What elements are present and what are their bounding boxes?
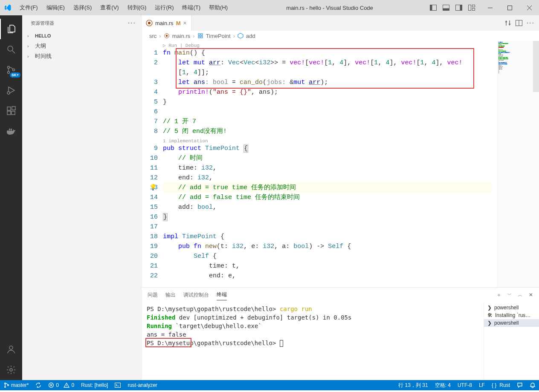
tab-label: main.rs [155,20,174,26]
panel-tab-output[interactable]: 输出 [165,290,176,300]
svg-rect-28 [198,34,200,35]
field-icon [238,33,243,39]
menu-terminal[interactable]: 终端(T) [178,0,205,15]
svg-point-12 [8,66,10,69]
bottom-panel: 问题 输出 调试控制台 终端 ＋ ﹀ ︿ ✕ PS D:\mysetup\gop… [142,287,539,380]
status-language[interactable]: { }Rust [488,380,513,390]
maximize-button[interactable] [500,0,519,15]
svg-rect-30 [198,36,200,38]
svg-rect-7 [472,5,475,7]
codelens-implementations[interactable]: 1 implementation [163,136,492,144]
settings-gear-icon[interactable] [0,360,22,380]
svg-rect-5 [460,5,462,11]
svg-rect-9 [488,8,493,8]
status-encoding[interactable]: UTF-8 [454,380,475,390]
close-button[interactable] [519,0,539,15]
terminal-icon: ❯ [487,320,492,326]
svg-rect-16 [7,107,11,110]
outline-section[interactable]: ›大纲 [22,41,141,51]
editor-tabs: main.rs M × ··· [142,15,539,31]
docker-icon[interactable] [0,121,22,141]
minimize-button[interactable] [480,0,500,15]
svg-rect-1 [430,5,432,11]
terminal-icon: ❯ [487,305,492,311]
close-panel-icon[interactable]: ✕ [529,292,533,298]
menu-go[interactable]: 转到(G) [123,0,151,15]
status-feedback-icon[interactable] [513,380,526,390]
svg-point-21 [10,369,12,371]
scm-badge: 6K+ [10,72,20,78]
more-actions-icon[interactable]: ··· [527,19,535,27]
activity-bar: 6K+ [0,15,22,380]
scm-icon[interactable]: 6K+ [0,60,22,80]
compare-icon[interactable] [504,20,511,26]
sidebar-more-icon[interactable]: ··· [128,19,136,27]
status-eol[interactable]: LF [475,380,488,390]
menu-file[interactable]: 文件(F) [15,0,42,15]
menu-selection[interactable]: 选择(S) [69,0,96,15]
status-rust-project[interactable]: Rust: [hello] [78,380,111,390]
extensions-icon[interactable] [0,101,22,121]
layout-bottom-icon[interactable] [440,0,452,15]
svg-rect-19 [12,107,15,110]
titlebar: 文件(F) 编辑(E) 选择(S) 查看(V) 转到(G) 运行(R) 终端(T… [0,0,539,15]
term-powershell-1[interactable]: ❯powershell [484,304,539,311]
svg-point-32 [5,383,6,384]
panel-tab-terminal[interactable]: 终端 [217,289,227,300]
layout-right-icon[interactable] [453,0,465,15]
status-sync[interactable] [32,380,45,390]
svg-rect-3 [443,9,449,11]
layout-left-icon[interactable] [427,0,439,15]
codelens-run-debug[interactable]: ▷ Run | Debug [163,41,492,48]
status-terminal-icon[interactable] [111,380,124,390]
panel-tab-problems[interactable]: 问题 [148,290,158,300]
tab-close-icon[interactable]: × [183,20,186,26]
svg-point-33 [5,386,6,388]
new-terminal-icon[interactable]: ＋ [496,291,501,299]
timeline-section[interactable]: ›时间线 [22,51,141,61]
explorer-icon[interactable] [0,19,22,39]
menu-run[interactable]: 运行(R) [151,0,178,15]
svg-point-13 [8,72,10,74]
menu-view[interactable]: 查看(V) [96,0,123,15]
account-icon[interactable] [0,339,22,360]
svg-rect-29 [201,34,203,35]
term-powershell-2[interactable]: ❯powershell [484,319,539,327]
breadcrumb[interactable]: src› main.rs› TimePoint› add [142,31,539,41]
svg-point-14 [13,69,15,71]
tools-icon: 🛠 [487,312,493,318]
menu-edit[interactable]: 编辑(E) [42,0,69,15]
svg-rect-18 [12,111,15,115]
editor-area: main.rs M × ··· src› main.rs› TimePoint›… [142,15,539,380]
status-branch[interactable]: master* [0,380,32,390]
terminal-dropdown-icon[interactable]: ﹀ [507,292,512,298]
status-bell-icon[interactable] [526,380,539,390]
vscode-logo-icon [0,4,15,12]
status-rust-analyzer[interactable]: rust-analyzer [124,380,160,390]
folder-hello[interactable]: ›HELLO [22,31,141,41]
maximize-panel-icon[interactable]: ︿ [518,291,523,299]
lightbulb-icon[interactable]: 💡 [149,183,156,193]
sidebar: 资源管理器 ··· ›HELLO ›大纲 ›时间线 [22,15,142,380]
layout-custom-icon[interactable] [466,0,478,15]
minimap-slider[interactable] [533,41,539,92]
svg-rect-31 [201,36,203,38]
term-task[interactable]: 🛠Installing `rus… [484,311,539,319]
minimap[interactable]: █ ████ █ ███ ██ ████████████ ██████ ███ … [497,41,539,287]
terminal[interactable]: PS D:\mysetup\gopath\rustcode\hello> car… [142,302,484,380]
run-debug-icon[interactable] [0,80,22,101]
svg-point-27 [166,35,168,37]
window-title: main.rs - hello - Visual Studio Code [232,5,427,11]
split-editor-icon[interactable] [516,20,522,26]
status-problems[interactable]: 0 0 [45,380,78,390]
svg-rect-6 [469,5,471,11]
code-editor[interactable]: 12 345678 910111213141516171819202122 ▷ … [142,41,539,287]
status-indent[interactable]: 空格: 4 [432,380,454,390]
svg-rect-8 [472,9,475,11]
status-cursor-pos[interactable]: 行 13，列 31 [395,380,431,390]
panel-tab-debug-console[interactable]: 调试控制台 [183,290,209,300]
menu-help[interactable]: 帮助(H) [205,0,232,15]
search-icon[interactable] [0,39,22,60]
tab-main-rs[interactable]: main.rs M × [142,15,191,31]
svg-point-23 [148,22,151,24]
